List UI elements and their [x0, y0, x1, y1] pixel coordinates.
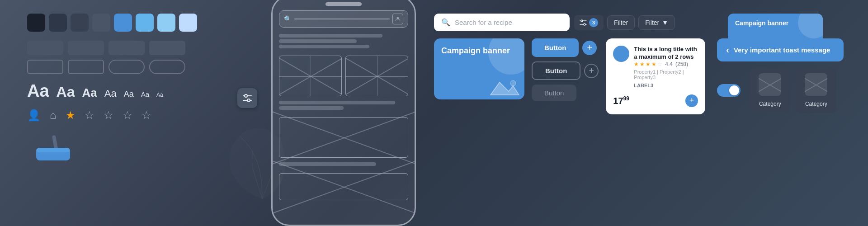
btn-filled-2[interactable]: [68, 41, 104, 55]
phone-search-bar[interactable]: 🔍: [279, 10, 408, 28]
wireframe-content: [279, 34, 408, 200]
filter-chip-2[interactable]: Filter ▼: [638, 15, 675, 30]
card-price-value: 17: [613, 96, 623, 106]
wf-img-x-1: [279, 56, 341, 96]
card-header-row: This is a long title with a maximum of 2…: [613, 46, 698, 91]
banner-circle-deco: [798, 14, 823, 38]
btn-row-2: Button +: [532, 61, 599, 80]
card-add-button[interactable]: +: [685, 94, 698, 107]
icons-row: 👤 ⌂ ★ ☆ ☆ ☆ ☆: [27, 109, 231, 122]
campaign-banner-large-title: Campaign banner: [441, 46, 510, 55]
comp-btn-outlined[interactable]: Button: [532, 61, 580, 80]
search-input-text: Search for a recipe: [455, 19, 512, 26]
button-rows-filled: [27, 41, 231, 74]
type-sample-3: Aa: [82, 86, 97, 100]
star-3-icon: ★: [646, 61, 651, 67]
toggle-category-row: Category Category: [717, 68, 844, 113]
phone-notch: [326, 2, 362, 6]
filter-chip-1[interactable]: Filter: [607, 15, 635, 30]
swatch-5[interactable]: [114, 14, 132, 32]
design-system-panel: Aa Aa Aa Aa Aa Aa Aa 👤 ⌂ ★ ☆ ☆ ☆ ☆: [27, 14, 231, 169]
star-2-icon: ★: [640, 61, 645, 67]
btn-filled-4[interactable]: [149, 41, 185, 55]
category-card-1-img: [759, 73, 781, 96]
banner-large-circle-deco: [488, 38, 524, 75]
svg-point-5: [245, 94, 247, 97]
search-icon: 🔍: [441, 18, 450, 27]
paint-roller-icon: [27, 131, 90, 167]
type-sample-7: Aa: [156, 92, 163, 98]
components-row: Campaign banner Button + Button + Button: [434, 38, 850, 114]
wireframe-row-2: [279, 173, 408, 200]
wf-img-x-2: [346, 56, 408, 96]
comp-btn-ghost[interactable]: Button: [532, 85, 576, 101]
search-box[interactable]: 🔍 Search for a recipe: [434, 14, 570, 31]
plus-btn-1[interactable]: +: [582, 41, 597, 55]
filter-badge[interactable]: 3: [574, 15, 604, 30]
campaign-banner-small[interactable]: Campaign banner: [728, 14, 823, 45]
wf-line-1: [279, 34, 382, 38]
product-card: This is a long title with a maximum of 2…: [606, 38, 705, 114]
swatch-8[interactable]: [179, 14, 197, 32]
wireframe-images-row: [279, 56, 408, 96]
btn-outlined-2[interactable]: [68, 60, 104, 74]
card-properties: Property1 | Property2 | Property3: [634, 69, 698, 80]
chevron-down-icon: ▼: [662, 19, 668, 26]
campaign-banner-small-title: Campaign banner: [735, 19, 788, 27]
phone-search-icon: 🔍: [284, 15, 292, 23]
color-swatches: [27, 14, 231, 32]
btn-pill-2[interactable]: [149, 60, 185, 74]
star-1-icon: ★: [634, 61, 639, 67]
star-4-icon: ★: [651, 61, 656, 67]
controls-icon[interactable]: [237, 88, 257, 108]
sliders-icon: [580, 19, 587, 26]
wireframe-lines-3: [279, 162, 408, 166]
card-rating: 4.4: [665, 61, 673, 67]
btn-filled-1[interactable]: [27, 41, 63, 55]
right-panel: 🔍 Search for a recipe 3 Filter Filter ▼: [434, 14, 850, 114]
toast-text: Very important toast message: [734, 46, 830, 54]
btn-outlined-1[interactable]: [27, 60, 63, 74]
card-price: 1799: [613, 95, 629, 106]
card-price-cents: 99: [623, 95, 629, 102]
campaign-banner-large[interactable]: Campaign banner: [434, 38, 524, 99]
button-plus-rows: Button + Button + Button: [532, 38, 599, 114]
type-sample-5: Aa: [124, 89, 134, 99]
paint-roller-container: [27, 131, 231, 169]
wf-line-4: [279, 101, 395, 104]
typography-row: Aa Aa Aa Aa Aa Aa Aa: [27, 81, 231, 101]
card-label: LABEL3: [634, 83, 698, 88]
svg-point-12: [510, 80, 516, 86]
category-card-1[interactable]: Category: [750, 68, 790, 113]
banner-mountain-icon: [488, 78, 520, 96]
svg-point-10: [581, 20, 583, 22]
toast-chevron-icon: ‹: [726, 45, 729, 55]
svg-point-7: [247, 99, 250, 102]
type-sample-2: Aa: [57, 84, 75, 100]
toggle-switch[interactable]: [717, 84, 741, 97]
star-filled-icon: ★: [66, 109, 75, 122]
category-card-2[interactable]: Category: [796, 68, 836, 113]
phone-frame: 🔍: [271, 0, 416, 226]
star-outline-3-icon: ☆: [123, 109, 132, 122]
plus-btn-2[interactable]: +: [584, 64, 599, 78]
type-sample-6: Aa: [141, 90, 149, 98]
swatch-4[interactable]: [92, 14, 110, 32]
swatch-2[interactable]: [49, 14, 67, 32]
wf-line-3: [279, 45, 369, 48]
swatch-7[interactable]: [157, 14, 175, 32]
wf-img-2: [345, 56, 408, 96]
swatch-3[interactable]: [71, 14, 89, 32]
swatch-1[interactable]: [27, 14, 45, 32]
wireframe-lines-1: [279, 34, 408, 48]
svg-rect-2: [36, 148, 70, 152]
btn-filled-3[interactable]: [108, 41, 145, 55]
category-cards: Category Category: [750, 68, 836, 113]
card-title: This is a long title with a maximum of 2…: [634, 46, 698, 61]
btn-pill-1[interactable]: [108, 60, 145, 74]
filter-chips: 3 Filter Filter ▼: [574, 15, 675, 30]
category-card-2-label: Category: [805, 101, 827, 107]
star-outline-4-icon: ☆: [142, 109, 151, 122]
comp-btn-filled[interactable]: Button: [532, 38, 579, 57]
swatch-6[interactable]: [136, 14, 154, 32]
